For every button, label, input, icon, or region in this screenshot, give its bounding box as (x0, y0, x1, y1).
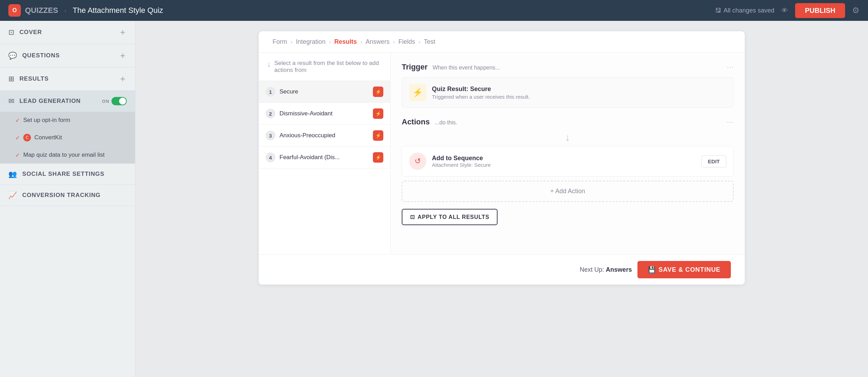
results-add-button[interactable]: ＋ (119, 74, 127, 84)
document-icon: 🖫 (715, 7, 721, 14)
actions-section-header: Actions ...do this. ⋯ (402, 117, 734, 126)
cover-add-button[interactable]: ＋ (119, 27, 127, 38)
wizard-step-form[interactable]: Form (273, 38, 287, 46)
questions-icon: 💬 (8, 51, 17, 60)
sidebar-conversion-label: CONVERSION TRACKING (22, 192, 127, 199)
conversion-tracking-icon: 📈 (8, 191, 17, 199)
cover-icon: ⊡ (8, 28, 15, 36)
trigger-title: Trigger (402, 63, 428, 71)
sidebar-item-questions[interactable]: 💬 QUESTIONS ＋ (0, 44, 135, 67)
trigger-info: Quiz Result: Secure Triggered when a use… (432, 85, 530, 100)
publish-button[interactable]: PUBLISH (795, 3, 845, 18)
actions-panel: Trigger When this event happens... ⋯ ⚡ Q… (391, 53, 745, 254)
trigger-subtitle: When this event happens... (433, 65, 500, 71)
add-action-button[interactable]: + Add Action (409, 188, 727, 195)
sidebar: ⊡ COVER ＋ 💬 QUESTIONS ＋ ⊞ RESULTS ＋ ✉ LE… (0, 21, 135, 377)
wizard-body: ↓ Select a result from the list below to… (259, 53, 745, 254)
trigger-card: ⚡ Quiz Result: Secure Triggered when a u… (402, 77, 734, 108)
wizard-answers-label: Answers (366, 38, 390, 46)
toggle-knob (119, 98, 126, 105)
result-item-1[interactable]: 1 Secure ⚡ (259, 81, 390, 103)
result-name-3: Anxious-Preoccupied (279, 132, 369, 139)
result-badge-4: ⚡ (373, 152, 383, 163)
wizard-fields-label: Fields (398, 38, 415, 46)
sidebar-item-lead-generation[interactable]: ✉ LEAD GENERATION ON (0, 91, 135, 112)
trigger-section-header: Trigger When this event happens... ⋯ (402, 63, 734, 72)
results-panel: ↓ Select a result from the list below to… (259, 53, 391, 254)
sub-item-map-data[interactable]: ✓ Map quiz data to your email list (0, 147, 135, 164)
result-item-4[interactable]: 4 Fearful-Avoidant (Dis... ⚡ (259, 147, 390, 169)
wizard-step-answers[interactable]: Answers (366, 38, 390, 46)
copy-icon: ⊡ (410, 214, 415, 220)
wizard-chevron-2: › (329, 39, 331, 45)
sidebar-item-social-share[interactable]: 👥 SOCIAL SHARE SETTINGS (0, 164, 135, 185)
convertkit-check-icon: ✓ (15, 134, 20, 141)
trigger-description: Triggered when a user receives this resu… (432, 94, 530, 100)
add-action-label: + Add Action (550, 188, 585, 195)
result-item-2[interactable]: 2 Dismissive-Avoidant ⚡ (259, 103, 390, 125)
add-action-wrap[interactable]: + Add Action (402, 181, 734, 202)
apply-to-all-results-button[interactable]: ⊡ APPLY TO ALL RESULTS (402, 209, 498, 225)
result-name-2: Dismissive-Avoidant (279, 110, 369, 117)
logo-icon[interactable]: O (8, 4, 21, 17)
lead-gen-sub-items: ✓ Set up opt-in form ✓ C ConvertKit ✓ Ma… (0, 112, 135, 164)
main-layout: ⊡ COVER ＋ 💬 QUESTIONS ＋ ⊞ RESULTS ＋ ✉ LE… (0, 21, 868, 377)
result-name-4: Fearful-Avoidant (Dis... (279, 154, 369, 161)
result-badge-2: ⚡ (373, 108, 383, 119)
trigger-more-button[interactable]: ⋯ (727, 63, 734, 71)
apply-all-label: APPLY TO ALL RESULTS (418, 214, 490, 220)
wizard-integration-label: Integration (296, 38, 325, 46)
quizzes-nav-link[interactable]: QUIZZES (25, 6, 58, 15)
wizard-step-integration[interactable]: Integration (296, 38, 325, 46)
result-name-1: Secure (279, 88, 369, 95)
result-num-2: 2 (266, 109, 275, 118)
wizard-chevron-1: › (291, 39, 292, 45)
action-edit-button-1[interactable]: EDIT (701, 155, 726, 167)
sidebar-item-conversion-tracking[interactable]: 📈 CONVERSION TRACKING (0, 185, 135, 206)
wizard-step-results[interactable]: Results (334, 38, 357, 46)
wizard-chevron-4: › (393, 39, 395, 45)
convertkit-circle-icon: C (23, 134, 31, 141)
action-info-1: Add to Sequence Attachment Style: Secure (432, 155, 696, 168)
wizard-step-fields[interactable]: Fields (398, 38, 415, 46)
all-changes-saved: 🖫 All changes saved (715, 7, 774, 14)
lead-gen-icon: ✉ (8, 97, 15, 105)
lead-gen-toggle-wrap: ON (102, 97, 127, 105)
sidebar-lead-gen-label: LEAD GENERATION (19, 98, 97, 105)
action-sequence-icon: ↺ (409, 153, 426, 170)
save-continue-button[interactable]: 💾 SAVE & CONTINUE (637, 261, 731, 278)
preview-icon[interactable]: 👁 (781, 7, 788, 15)
lead-gen-toggle[interactable] (111, 97, 127, 105)
save-icon: 💾 (648, 266, 656, 273)
top-nav: O QUIZZES › The Attachment Style Quiz 🖫 … (0, 0, 868, 21)
wizard-bottom-bar: Next Up: Answers 💾 SAVE & CONTINUE (259, 254, 745, 285)
action-name-1: Add to Sequence (432, 155, 696, 162)
social-share-icon: 👥 (8, 170, 17, 178)
sidebar-item-cover[interactable]: ⊡ COVER ＋ (0, 21, 135, 44)
content-area: Form › Integration › Results › Answers ›… (135, 21, 868, 377)
wizard-form-label: Form (273, 38, 287, 46)
result-num-3: 3 (266, 131, 275, 140)
questions-add-button[interactable]: ＋ (119, 50, 127, 61)
sub-item-opt-in-label: Set up opt-in form (23, 117, 70, 124)
sidebar-item-results[interactable]: ⊞ RESULTS ＋ (0, 67, 135, 91)
wizard-step-test[interactable]: Test (424, 38, 435, 46)
actions-down-arrow-icon: ↓ (402, 132, 734, 143)
settings-icon[interactable]: ⚙ (852, 6, 860, 15)
trigger-name: Quiz Result: Secure (432, 85, 530, 93)
next-up-text: Next Up: Answers (580, 266, 632, 273)
action-card-1: ↺ Add to Sequence Attachment Style: Secu… (402, 146, 734, 177)
sub-item-convertkit[interactable]: ✓ C ConvertKit (0, 129, 135, 147)
sidebar-results-label: RESULTS (19, 75, 114, 82)
wizard-test-label: Test (424, 38, 435, 46)
wizard-chevron-5: › (418, 39, 420, 45)
wizard-chevron-3: › (360, 39, 362, 45)
result-badge-1: ⚡ (373, 87, 383, 97)
actions-subtitle: ...do this. (435, 120, 457, 125)
sidebar-questions-label: QUESTIONS (22, 52, 114, 59)
sub-item-opt-in-form[interactable]: ✓ Set up opt-in form (0, 112, 135, 129)
sub-item-convertkit-label: ConvertKit (34, 134, 62, 141)
actions-more-button[interactable]: ⋯ (727, 118, 734, 126)
result-item-3[interactable]: 3 Anxious-Preoccupied ⚡ (259, 125, 390, 147)
action-sub-1: Attachment Style: Secure (432, 162, 696, 168)
